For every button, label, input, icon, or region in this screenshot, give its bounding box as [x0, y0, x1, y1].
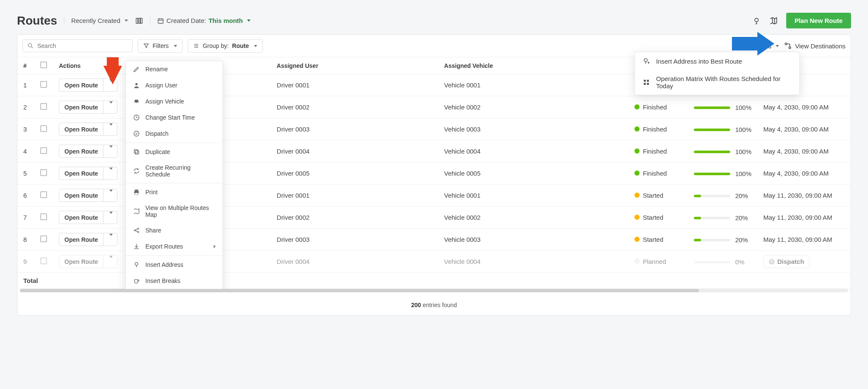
menu-export-routes[interactable]: Export Routes: [126, 238, 223, 255]
scrollbar-thumb[interactable]: [20, 289, 699, 292]
cell-vehicle: Vehicle 0002: [438, 96, 629, 118]
progress: 20%: [694, 236, 748, 243]
cell-num: 4: [17, 140, 34, 162]
cell-date: May 11, 2030, 09:00 AM: [763, 214, 832, 221]
progress: 0%: [694, 258, 745, 266]
row-checkbox[interactable]: [40, 191, 47, 198]
pencil-icon: [133, 65, 140, 73]
row-checkbox[interactable]: [40, 103, 47, 110]
cell-num: 1: [17, 74, 34, 96]
divider: [64, 16, 64, 25]
menu-print[interactable]: Print: [126, 184, 223, 200]
cell-user: Driver 0004: [271, 140, 438, 162]
svg-rect-23: [644, 80, 646, 82]
row-checkbox[interactable]: [40, 125, 47, 132]
row-actions-caret[interactable]: [103, 123, 117, 135]
row-actions-caret[interactable]: [103, 255, 117, 268]
route-pins-icon: [784, 42, 792, 50]
download-icon: [133, 243, 140, 250]
menu-operation-matrix[interactable]: Operation Matrix With Routes Scheduled f…: [635, 70, 799, 95]
svg-point-32: [137, 102, 138, 104]
row-actions-caret[interactable]: [103, 101, 117, 113]
location-add-icon[interactable]: [752, 17, 761, 25]
cell-num: 3: [17, 118, 34, 140]
cell-user: Driver 0005: [271, 162, 438, 185]
row-checkbox[interactable]: [40, 213, 47, 220]
menu-assign-vehicle[interactable]: Assign Vehicle: [126, 93, 223, 109]
cell-num: 2: [17, 96, 34, 118]
menu-view-map[interactable]: View on Multiple Routes Map: [126, 200, 223, 222]
open-route-button[interactable]: Open Route: [59, 101, 117, 114]
svg-point-31: [135, 102, 136, 104]
menu-rename[interactable]: Rename: [126, 61, 223, 77]
row-checkbox[interactable]: [40, 169, 47, 176]
row-checkbox[interactable]: [40, 81, 47, 88]
svg-marker-14: [144, 44, 149, 48]
cell-vehicle: Vehicle 0005: [438, 162, 629, 185]
search-input-wrap[interactable]: [22, 39, 133, 52]
map-icon: [133, 207, 140, 215]
recently-created-dropdown[interactable]: Recently Created: [71, 17, 128, 24]
svg-point-34: [134, 131, 139, 136]
groupby-button[interactable]: Group by: Route: [188, 39, 263, 53]
view-destinations-link[interactable]: View Destinations: [784, 42, 846, 50]
menu-assign-user[interactable]: Assign User: [126, 77, 223, 93]
footer: 200 entries found: [17, 295, 851, 315]
open-route-button[interactable]: Open Route: [59, 145, 117, 158]
divider: [150, 16, 150, 25]
menu-change-start-time[interactable]: Change Start Time: [126, 109, 223, 126]
columns-icon[interactable]: [135, 17, 143, 25]
menu-duplicate[interactable]: Duplicate: [126, 144, 223, 160]
open-route-button[interactable]: Open Route: [59, 233, 117, 246]
menu-dispatch[interactable]: Dispatch: [126, 126, 223, 142]
row-actions-caret[interactable]: [103, 145, 117, 157]
menu-insert-address[interactable]: Insert Address: [126, 257, 223, 273]
row-actions-caret[interactable]: [103, 233, 117, 246]
col-num: #: [17, 57, 34, 74]
chevron-right-icon: [214, 245, 216, 248]
progress: 100%: [694, 104, 751, 111]
check-circle-icon: [133, 130, 140, 137]
horizontal-scrollbar[interactable]: [20, 289, 848, 292]
menu-share[interactable]: Share: [126, 222, 223, 238]
svg-point-47: [135, 263, 138, 266]
cell-date: May 11, 2030, 09:00 AM: [763, 236, 832, 243]
checkbox-all[interactable]: [40, 62, 47, 68]
menu-insert-breaks[interactable]: Insert Breaks: [126, 273, 223, 289]
row-checkbox[interactable]: [40, 147, 47, 154]
car-icon: [133, 98, 140, 105]
map-icon[interactable]: [769, 17, 778, 25]
status-badge: Planned: [634, 258, 666, 265]
chevron-down-icon: [776, 45, 779, 47]
row-checkbox[interactable]: [40, 257, 47, 264]
user-icon: [133, 81, 140, 89]
row-actions-caret[interactable]: [103, 211, 117, 224]
svg-rect-25: [644, 83, 646, 85]
filter-icon: [143, 43, 149, 49]
plan-new-route-button[interactable]: Plan New Route: [786, 13, 851, 28]
dispatch-button[interactable]: Dispatch: [763, 255, 810, 268]
row-checkbox[interactable]: [40, 235, 47, 242]
open-route-button[interactable]: Open Route: [59, 189, 117, 202]
search-input[interactable]: [37, 42, 128, 49]
svg-rect-2: [141, 18, 142, 23]
row-actions-caret[interactable]: [103, 167, 117, 179]
created-date-filter[interactable]: Created Date: This month: [157, 17, 250, 24]
open-route-button[interactable]: Open Route: [59, 123, 117, 136]
chevron-down-icon: [254, 45, 257, 47]
red-arrow-annotation: [103, 57, 122, 84]
filters-button[interactable]: Filters: [138, 39, 183, 53]
status-badge: Finished: [634, 148, 667, 155]
row-actions-caret[interactable]: [103, 189, 117, 201]
menu-create-recurring[interactable]: Create Recurring Schedule: [126, 160, 223, 182]
share-icon: [133, 227, 140, 234]
chevron-down-icon: [125, 20, 128, 22]
list-icon: [193, 43, 199, 49]
chevron-down-icon: [247, 20, 250, 22]
open-route-button[interactable]: Open Route: [59, 211, 117, 224]
open-route-button[interactable]: Open Route: [59, 167, 117, 180]
cell-date: May 4, 2030, 09:00 AM: [763, 170, 829, 177]
menu-insert-address-best-route[interactable]: Insert Address into Best Route: [635, 52, 799, 70]
open-route-button[interactable]: Open Route: [59, 255, 117, 268]
progress: 100%: [694, 148, 751, 155]
